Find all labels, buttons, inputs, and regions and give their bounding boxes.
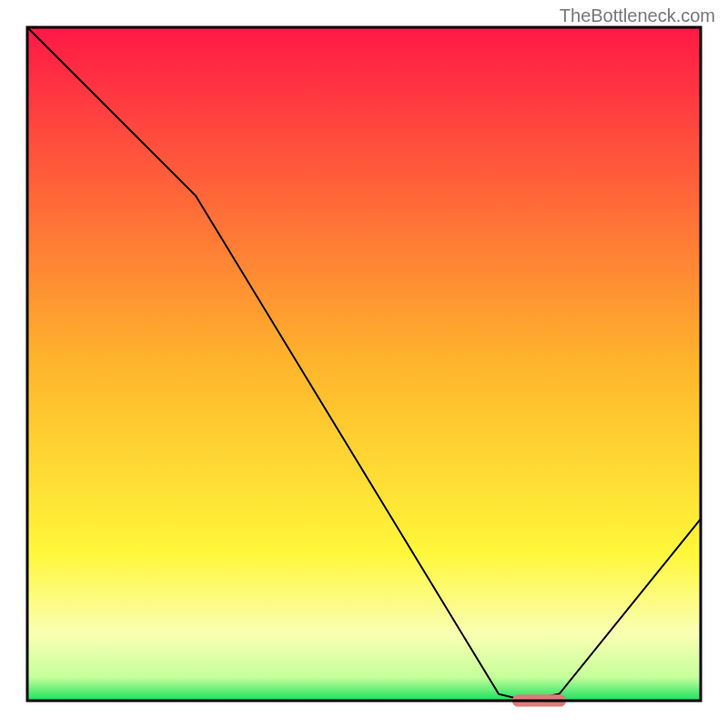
bottleneck-chart <box>0 0 728 728</box>
watermark-text: TheBottleneck.com <box>560 5 715 26</box>
